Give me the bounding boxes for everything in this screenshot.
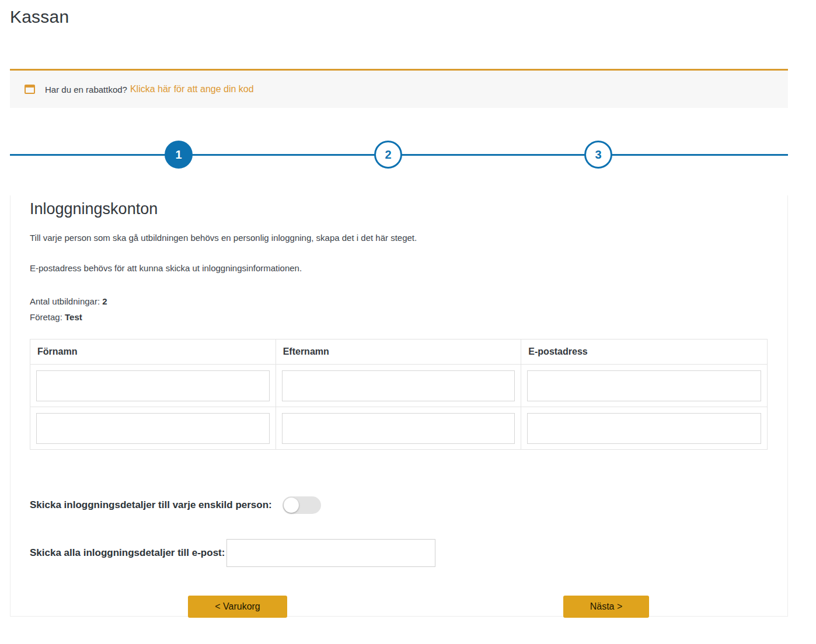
send-all-email-input[interactable]: [226, 539, 435, 567]
table-cell: [521, 407, 767, 449]
step-2: 2: [374, 141, 402, 169]
table-cell: [30, 365, 276, 407]
trainings-count-label: Antal utbildningar:: [30, 296, 100, 306]
last-name-input-row-2[interactable]: [282, 413, 515, 444]
page-title: Kassan: [10, 7, 69, 27]
first-name-input-row-2[interactable]: [36, 413, 270, 444]
coupon-link[interactable]: Klicka här för att ange din kod: [130, 84, 254, 94]
accounts-table: Förnamn Efternamn E-postadress: [30, 339, 768, 450]
cart-back-button[interactable]: < Varukorg: [188, 596, 287, 618]
company-label: Företag:: [30, 312, 62, 322]
step-1-number: 1: [175, 148, 182, 162]
column-header-first-name: Förnamn: [30, 340, 276, 365]
next-step-button[interactable]: Nästa >: [563, 596, 649, 618]
table-cell: [521, 365, 767, 407]
column-header-last-name: Efternamn: [276, 340, 522, 365]
send-individual-toggle-label: Skicka inloggningsdetaljer till varje en…: [30, 496, 272, 514]
order-meta: Antal utbildningar: 2 Företag: Test: [30, 293, 768, 325]
column-header-email: E-postadress: [521, 340, 767, 365]
send-all-email-row: Skicka alla inloggningsdetaljer till e-p…: [30, 539, 768, 567]
send-all-email-label: Skicka alla inloggningsdetaljer till e-p…: [30, 544, 225, 562]
step-3: 3: [584, 141, 612, 169]
progress-steps: 1 2 3: [10, 127, 788, 183]
coupon-question: Har du en rabattkod?: [45, 85, 127, 94]
toggle-knob: [284, 498, 299, 513]
step-2-number: 2: [385, 148, 391, 162]
email-input-row-1[interactable]: [527, 370, 761, 401]
step-3-number: 3: [595, 148, 601, 162]
section-description-1: Till varje person som ska gå utbildninge…: [30, 232, 768, 244]
send-individual-row: Skicka inloggningsdetaljer till varje en…: [30, 496, 768, 514]
table-cell: [30, 407, 276, 449]
table-cell: [276, 407, 522, 449]
company-value: Test: [65, 312, 82, 322]
section-heading: Inloggningskonton: [30, 199, 768, 219]
table-cell: [276, 365, 522, 407]
send-individual-toggle[interactable]: [283, 496, 321, 514]
coupon-banner: Har du en rabattkod? Klicka här för att …: [10, 69, 788, 108]
coupon-window-icon: [25, 85, 35, 94]
section-description-2: E-postadress behövs för att kunna skicka…: [30, 262, 768, 274]
company-row: Företag: Test: [30, 309, 768, 325]
first-name-input-row-1[interactable]: [36, 370, 270, 401]
last-name-input-row-1[interactable]: [282, 370, 515, 401]
content-panel: Inloggningskonton Till varje person som …: [10, 195, 788, 617]
actions-row: < Varukorg Nästa >: [30, 596, 768, 618]
trainings-count-row: Antal utbildningar: 2: [30, 293, 768, 309]
step-1: 1: [165, 141, 193, 169]
email-input-row-2[interactable]: [527, 413, 761, 444]
trainings-count-value: 2: [102, 296, 107, 306]
